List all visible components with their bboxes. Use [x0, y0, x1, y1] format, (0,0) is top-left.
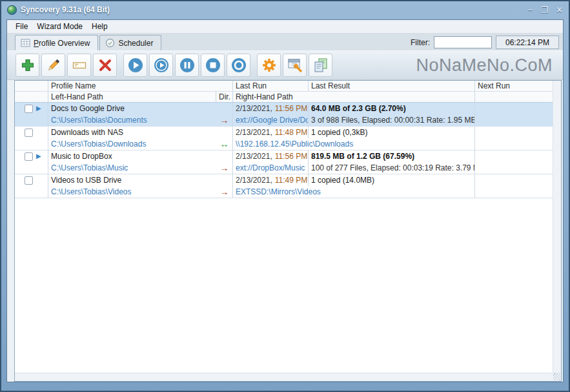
run-profile-attended-button[interactable] — [149, 54, 173, 77]
next-run-value — [475, 103, 553, 114]
unattended-mode-button[interactable] — [227, 54, 250, 77]
result-detail: 3 of 988 Files, Elapsed: 00:00:31 Rate: … — [309, 114, 475, 126]
profile-row[interactable]: ▶ Videos to USB Drive 2/13/2021,11:49 PM… — [15, 174, 553, 198]
add-profile-button[interactable] — [15, 54, 39, 77]
profile-checkbox[interactable] — [25, 152, 33, 161]
resize-grip[interactable] — [553, 373, 560, 380]
copy-profile-button[interactable] — [309, 54, 332, 77]
last-run-value: 2/13/2021,11:56 PM — [233, 103, 309, 114]
header-next-run[interactable]: Next Run — [475, 81, 553, 91]
tab-scheduler[interactable]: Scheduler — [99, 35, 161, 50]
play-icon — [127, 57, 144, 74]
window-wrench-icon — [287, 57, 303, 74]
clock-icon — [105, 38, 115, 48]
body-area: Profile Name Last Run Last Result Next R… — [7, 80, 563, 382]
menu-help[interactable]: Help — [87, 21, 112, 32]
grid-icon — [21, 38, 30, 48]
rename-profile-button[interactable] — [67, 54, 91, 77]
header-last-run[interactable]: Last Run — [233, 81, 309, 91]
profile-checkbox[interactable] — [25, 176, 33, 185]
clock-display: 06:22:14 PM — [496, 36, 559, 49]
result-detail — [309, 138, 475, 150]
direction-arrow-icon: → — [216, 162, 233, 174]
watermark: NoNaMeNo.CoM — [416, 56, 553, 76]
direction-arrow-icon: → — [216, 114, 233, 126]
header-right-hand-path[interactable]: Right-Hand Path — [233, 92, 475, 102]
tab-profile-overview[interactable]: Profile Overview — [15, 35, 98, 50]
next-run-value — [475, 174, 553, 186]
profile-row[interactable]: ▶ Docs to Google Drive 2/13/2021,11:56 P… — [15, 103, 553, 127]
settings-button[interactable] — [257, 54, 281, 77]
profile-checkbox[interactable] — [25, 129, 33, 137]
right-hand-path: ext://DropBox/Music — [233, 162, 309, 174]
profile-checkbox[interactable] — [25, 105, 33, 113]
table-header-row-1: Profile Name Last Run Last Result Next R… — [15, 81, 553, 92]
tab-strip: Profile Overview Scheduler Filter: 06:22… — [7, 34, 563, 50]
direction-arrow-icon: → — [216, 186, 233, 198]
next-run-value — [475, 127, 553, 138]
table-header-row-2: Left-Hand Path Dir. Right-Hand Path — [15, 92, 553, 103]
edit-profile-button[interactable] — [41, 54, 65, 77]
right-hand-path: \\192.168.12.45\Public\Downloads — [233, 138, 309, 150]
header-profile-name[interactable]: Profile Name — [48, 81, 233, 91]
last-result-value: 819.5 MB of 1.2 GB (67.59%) — [309, 150, 475, 162]
red-x-icon — [97, 57, 113, 73]
direction-arrow-icon: ↔ — [216, 138, 233, 150]
left-hand-path: C:\Users\Tobias\Documents — [48, 114, 216, 126]
result-detail — [309, 186, 475, 198]
window-content: File Wizard Mode Help Profile Overview S… — [6, 19, 564, 382]
left-hand-path: C:\Users\Tobias\Videos — [48, 186, 216, 198]
run-profile-button[interactable] — [123, 54, 147, 77]
header-selector — [15, 81, 48, 91]
menu-file[interactable]: File — [11, 21, 32, 32]
right-hand-path: EXTSSD:\Mirrors\Videos — [233, 186, 309, 198]
header-selector — [15, 92, 48, 102]
tab-label: Scheduler — [118, 39, 153, 48]
play-outline-icon — [153, 57, 170, 74]
last-run-value: 2/13/2021,11:49 PM — [233, 174, 309, 186]
next-run-value — [475, 150, 553, 162]
right-hand-path: ext://Google Drive/Do... — [233, 114, 309, 126]
pause-profile-button[interactable] — [175, 54, 199, 77]
horizontal-scrollbar[interactable] — [15, 373, 561, 381]
last-result-value: 1 copied (14.0MB) — [309, 174, 475, 186]
app-window: Syncovery 9.31a (64 Bit) − ❐ ✕ File Wiza… — [0, 0, 570, 392]
header-dir[interactable]: Dir. — [216, 92, 233, 102]
profiles-list: ▶ Docs to Google Drive 2/13/2021,11:56 P… — [15, 103, 553, 198]
last-run-value: 2/13/2021,11:56 PM — [233, 150, 309, 162]
menu-wizard-mode[interactable]: Wizard Mode — [32, 21, 87, 32]
stop-profile-button[interactable] — [201, 54, 225, 77]
profile-name: Videos to USB Drive — [48, 174, 233, 186]
profile-row[interactable]: ▶ Downloads with NAS 2/13/2021,11:48 PM … — [15, 127, 553, 150]
delete-profile-button[interactable] — [93, 54, 117, 77]
copy-profiles-icon — [312, 57, 329, 74]
left-hand-path: C:\Users\Tobias\Downloads — [48, 138, 216, 150]
result-detail: 100 of 277 Files, Elapsed: 00:03:19 Rate… — [309, 162, 475, 174]
last-result-value: 1 copied (0,3kB) — [309, 127, 475, 138]
header-empty — [475, 92, 553, 102]
minimize-button[interactable]: − — [528, 6, 533, 14]
program-settings-button[interactable] — [283, 54, 307, 77]
window-title: Syncovery 9.31a (64 Bit) — [21, 5, 110, 14]
toolbar: NoNaMeNo.CoM — [7, 50, 563, 80]
header-left-hand-path[interactable]: Left-Hand Path — [48, 92, 216, 102]
profile-name: Docs to Google Drive — [48, 103, 233, 114]
left-hand-path: C:\Users\Tobias\Music — [48, 162, 216, 174]
close-button[interactable]: ✕ — [556, 6, 563, 14]
title-bar[interactable]: Syncovery 9.31a (64 Bit) − ❐ ✕ — [1, 1, 569, 18]
profile-row[interactable]: ▶ Music to DropBox 2/13/2021,11:56 PM 81… — [15, 150, 553, 174]
app-logo-icon — [7, 5, 17, 15]
filter-label: Filter: — [411, 38, 430, 47]
vertical-scrollbar[interactable] — [553, 81, 561, 373]
profile-name: Music to DropBox — [48, 150, 233, 162]
rename-field-icon — [72, 57, 87, 73]
header-last-result[interactable]: Last Result — [309, 81, 475, 91]
running-indicator-icon: ▶ — [36, 153, 41, 160]
ring-icon — [230, 57, 247, 74]
gear-icon — [261, 57, 278, 74]
maximize-button[interactable]: ❐ — [540, 6, 548, 14]
menu-bar: File Wizard Mode Help — [7, 20, 563, 34]
filter-input[interactable] — [434, 36, 492, 48]
stop-icon — [205, 57, 221, 74]
empty-list-area — [15, 198, 553, 373]
